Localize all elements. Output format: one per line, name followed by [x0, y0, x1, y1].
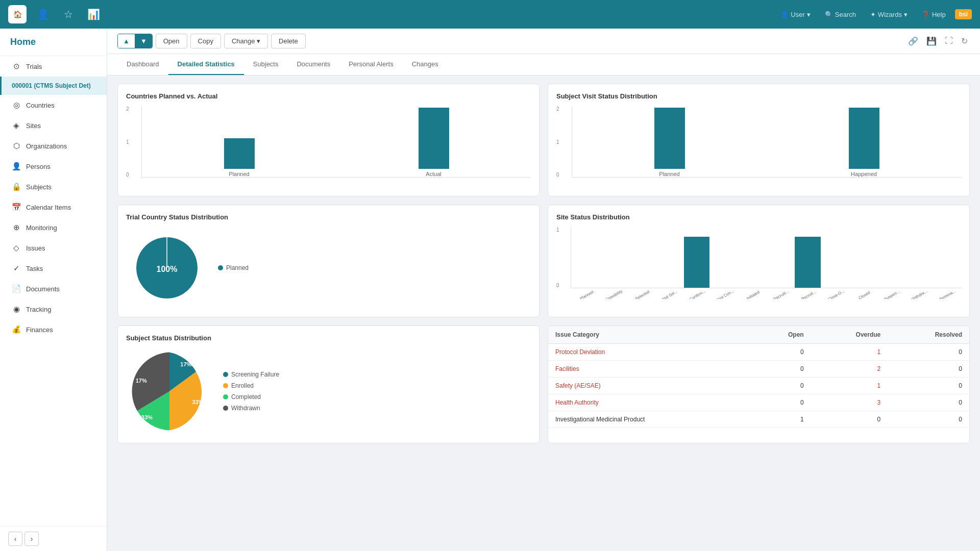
row-open-protocol: 0 [752, 344, 811, 361]
tab-detailed-statistics[interactable]: Detailed Statistics [168, 54, 244, 75]
countries-planned-chart: Countries Planned vs. Actual 2 1 0 Plann… [117, 84, 540, 196]
y-min-label: 0 [126, 172, 129, 178]
tab-personal-alerts[interactable]: Personal Alerts [339, 54, 402, 75]
ss-label-withdra: Withdra... [908, 289, 932, 299]
table-row: Investigational Medicinal Product 1 0 0 [548, 411, 969, 428]
trial-pie: 100% [126, 227, 208, 309]
row-link-facilities[interactable]: Facilities [555, 365, 579, 372]
ss-label-planned: Planned [574, 289, 599, 299]
sidebar-item-monitoring[interactable]: ⊕ Monitoring [0, 217, 107, 238]
copy-button[interactable]: Copy [190, 34, 221, 48]
table-row: Safety (AE/SAE) 0 1 0 [548, 378, 969, 394]
sidebar-item-tasks[interactable]: ✓ Tasks [0, 258, 107, 279]
search-button[interactable]: 🔍 Search [820, 9, 861, 20]
row-link-health[interactable]: Health Authority [555, 399, 599, 406]
toolbar-up-button[interactable]: ▲ [118, 34, 135, 48]
svg-text:33%: 33% [141, 414, 153, 420]
sv-y-max: 2 [556, 106, 559, 112]
tab-documents[interactable]: Documents [287, 54, 339, 75]
sidebar-label-subjects: Subjects [26, 183, 52, 191]
subject-status-chart: Subject Status Distribution [117, 325, 540, 443]
dot-screening [223, 372, 228, 377]
row-open-facilities: 0 [752, 361, 811, 378]
wizards-menu[interactable]: ✦ Wizards ▾ [865, 9, 913, 20]
row-overdue-facilities: 2 [811, 361, 888, 378]
sidebar-label-persons: Persons [26, 163, 51, 170]
legend-withdrawn: Withdrawn [223, 405, 279, 412]
main-content: ▲ ▼ Open Copy Change ▾ Delete 🔗 💾 ⛶ ↻ Da… [107, 29, 980, 551]
home-logo[interactable]: 🏠 [8, 5, 27, 23]
sidebar-item-sites[interactable]: ◈ Sites [0, 115, 107, 136]
row-link-safety[interactable]: Safety (AE/SAE) [555, 382, 601, 389]
tab-changes[interactable]: Changes [403, 54, 448, 75]
legend-completed: Completed [223, 393, 279, 400]
planned-label: Planned [229, 171, 249, 177]
sidebar-item-countries[interactable]: ◎ Countries [0, 95, 107, 115]
row-overdue-health: 3 [811, 394, 888, 411]
ss-y-min: 0 [556, 283, 559, 288]
sidebar-item-subjects[interactable]: 🔒 Subjects [0, 177, 107, 197]
sidebar-next-button[interactable]: › [24, 532, 39, 546]
star-icon[interactable]: ☆ [60, 6, 77, 22]
row-resolved-imp: 0 [888, 411, 969, 428]
tab-subjects[interactable]: Subjects [244, 54, 288, 75]
toolbar-action-icons: 🔗 💾 ⛶ ↻ [906, 34, 970, 48]
sidebar-item-persons[interactable]: 👤 Persons [0, 156, 107, 177]
sidebar-item-documents[interactable]: 📄 Documents [0, 279, 107, 299]
sidebar-label-calendar-items: Calendar Items [26, 204, 71, 211]
sv-happened-label: Happened [851, 171, 877, 177]
link-icon[interactable]: 🔗 [906, 34, 920, 48]
sv-y-mid: 1 [556, 139, 559, 145]
change-chevron: ▾ [257, 37, 260, 45]
sidebar-prev-button[interactable]: ‹ [8, 532, 22, 546]
subject-pie-container: 17% 33% 33% 17% Screening Failure [126, 348, 531, 435]
chart-icon[interactable]: 📊 [83, 6, 104, 22]
ss-label-not-sel: Not Sel... [657, 289, 682, 299]
sidebar-label-finances: Finances [26, 326, 53, 334]
monitoring-icon: ⊕ [12, 223, 21, 232]
ss-label-closed: Closed [852, 289, 876, 299]
sidebar-label-trials: Trials [26, 63, 42, 70]
change-button[interactable]: Change ▾ [224, 34, 268, 48]
sidebar-label-documents: Documents [26, 285, 60, 293]
sidebar-label-tasks: Tasks [26, 265, 43, 272]
delete-button[interactable]: Delete [271, 34, 306, 48]
open-button[interactable]: Open [156, 34, 187, 48]
finances-icon: 💰 [12, 325, 21, 334]
expand-icon[interactable]: ⛶ [943, 34, 955, 48]
dot-enrolled [223, 383, 228, 388]
person-icon[interactable]: 👤 [33, 6, 54, 22]
issues-icon: ◇ [12, 243, 21, 253]
documents-icon: 📄 [12, 284, 21, 293]
table-row: Protocol Deviation 0 1 0 [548, 344, 969, 361]
sidebar: Home ⊙ Trials 000001 (CTMS Subject Det) … [0, 29, 107, 551]
subject-visit-chart: Subject Visit Status Distribution 2 1 0 … [548, 84, 970, 196]
tasks-icon: ✓ [12, 264, 21, 273]
svg-text:17%: 17% [180, 361, 191, 367]
tab-dashboard[interactable]: Dashboard [117, 54, 168, 75]
sidebar-label-issues: Issues [26, 244, 45, 252]
issue-table: Issue Category Open Overdue Resolved Pro… [548, 325, 970, 443]
ss-y-max: 1 [556, 227, 559, 233]
toolbar-down-button[interactable]: ▼ [135, 34, 152, 48]
save-icon[interactable]: 💾 [924, 34, 939, 48]
ss-label-recruit: Recruit... [796, 289, 821, 299]
user-menu[interactable]: 👤 User ▾ [775, 9, 815, 20]
label-withdrawn: Withdrawn [231, 405, 260, 412]
label-screening: Screening Failure [231, 371, 279, 378]
sidebar-item-issues[interactable]: ◇ Issues [0, 238, 107, 258]
sidebar-item-trials[interactable]: ⊙ Trials [0, 56, 107, 77]
sidebar-item-tracking[interactable]: ◉ Tracking [0, 299, 107, 319]
wizards-chevron: ▾ [904, 11, 908, 18]
sidebar-item-organizations[interactable]: ⬡ Organizations [0, 136, 107, 156]
refresh-icon[interactable]: ↻ [959, 34, 970, 48]
sidebar-item-calendar-items[interactable]: 📅 Calendar Items [0, 197, 107, 217]
sidebar-item-record[interactable]: 000001 (CTMS Subject Det) [0, 77, 107, 95]
top-navigation: 🏠 👤 ☆ 📊 👤 User ▾ 🔍 Search ✦ Wizards ▾ ❓ … [0, 0, 980, 29]
row-link-protocol[interactable]: Protocol Deviation [555, 348, 605, 356]
row-category-imp: Investigational Medicinal Product [548, 411, 752, 428]
sidebar-item-finances[interactable]: 💰 Finances [0, 319, 107, 340]
home-link[interactable]: Home [0, 29, 107, 56]
sv-y-min: 0 [556, 172, 559, 178]
help-button[interactable]: ❓ Help [917, 9, 951, 20]
